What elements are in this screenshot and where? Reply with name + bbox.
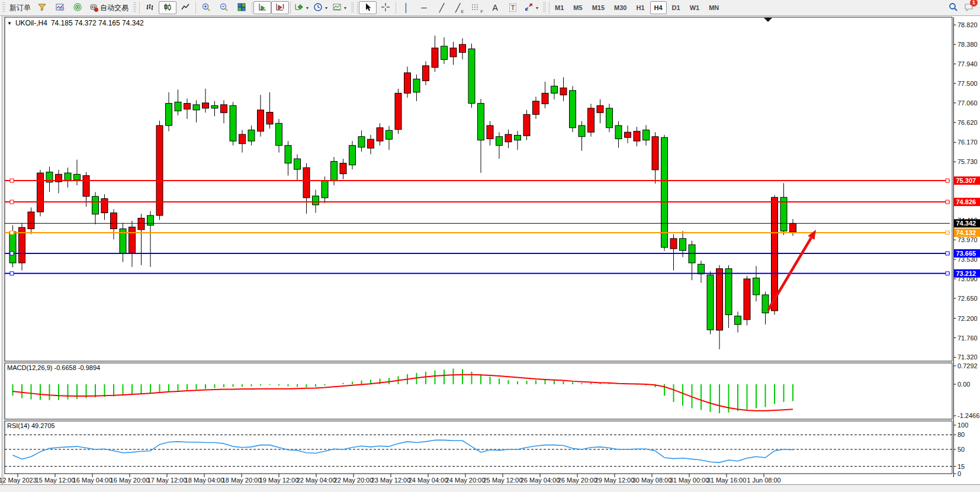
line-handle[interactable] (10, 200, 14, 204)
auto-scroll-icon (258, 2, 267, 14)
toolbar-grip[interactable] (543, 2, 546, 13)
price-badge-73.212: 73.212 (954, 269, 980, 278)
crosshair-tool-button[interactable] (377, 1, 394, 14)
line-handle[interactable] (10, 272, 14, 275)
timeframe-MN[interactable]: MN (705, 1, 723, 14)
arrows-tool-button[interactable]: ▾ (522, 1, 541, 14)
fibonacci-tool-button[interactable]: F (468, 1, 486, 14)
svg-text:75.307: 75.307 (956, 177, 976, 184)
collapse-triangle-icon[interactable]: ▼ (7, 21, 12, 26)
svg-text:72.650: 72.650 (957, 295, 978, 302)
text-label-tool-button[interactable]: T (504, 1, 522, 14)
chart-shift-marker[interactable] (764, 18, 772, 22)
toolbar-grip[interactable] (133, 2, 136, 13)
svg-text:16 May 20:00: 16 May 20:00 (110, 477, 150, 484)
line-handle[interactable] (10, 252, 14, 255)
line-handle[interactable] (946, 179, 949, 182)
price-badge-73.665: 73.665 (954, 249, 980, 258)
level-lines[interactable] (5, 179, 950, 275)
line-chart-button[interactable] (176, 1, 194, 14)
autotrade-robot-icon (89, 2, 98, 14)
zoom-in-button[interactable] (197, 1, 215, 14)
autotrade-button[interactable]: 自动交易 (86, 1, 131, 14)
auto-scroll-button[interactable] (253, 1, 271, 14)
periods-button[interactable]: ▾ (311, 1, 330, 14)
price-badge-74.342: 74.342 (954, 219, 980, 227)
line-chart-icon (181, 2, 190, 14)
vertical-line-tool-button[interactable]: │ (397, 1, 415, 14)
svg-text:22 May 20:00: 22 May 20:00 (334, 477, 374, 484)
timeframe-M5[interactable]: M5 (569, 1, 586, 14)
toolbar-grip[interactable] (351, 2, 354, 13)
svg-text:26 May 20:00: 26 May 20:00 (558, 477, 597, 484)
market-depth-button[interactable] (69, 1, 86, 14)
templates-button[interactable]: ▾ (330, 1, 349, 14)
zoom-out-icon (219, 2, 229, 14)
text-tool-button[interactable]: A (486, 1, 504, 14)
chart-shift-icon (275, 2, 285, 14)
toolbar-separator (549, 2, 550, 14)
svg-text:100: 100 (957, 422, 968, 429)
timeframe-M1[interactable]: M1 (551, 1, 568, 14)
price-badge-74.132: 74.132 (954, 229, 980, 237)
toolbar: 新订单 自动交易 (0, 0, 980, 16)
svg-text:16 May 04:00: 16 May 04:00 (73, 477, 113, 484)
timeframe-H1[interactable]: H1 (632, 1, 648, 14)
svg-text:18 May 04:00: 18 May 04:00 (185, 477, 224, 484)
indicators-button[interactable]: ▾ (292, 1, 311, 14)
svg-text:77.940: 77.940 (957, 60, 978, 67)
line-handle[interactable] (946, 252, 949, 255)
chart-title: ▼ UKOil-,H4 74.185 74.372 74.165 74.342 (7, 19, 144, 27)
chevron-down-icon: ▾ (325, 5, 327, 11)
toolbar-right: 1 (948, 2, 980, 14)
search-icon[interactable] (948, 2, 959, 14)
timeframe-H4[interactable]: H4 (650, 1, 667, 14)
line-handle[interactable] (10, 179, 14, 182)
svg-text:73.212: 73.212 (956, 270, 976, 277)
price-axis[interactable]: 78.82078.38077.94077.50077.06076.62076.1… (954, 21, 978, 361)
indicators-plus-icon (294, 2, 304, 14)
svg-text:30 May 08:00: 30 May 08:00 (632, 477, 672, 484)
svg-text:0.7292: 0.7292 (957, 362, 978, 369)
text-label-icon: T (509, 4, 517, 12)
line-handle[interactable] (946, 231, 949, 234)
line-handle[interactable] (946, 200, 949, 204)
svg-text:29 May 12:00: 29 May 12:00 (595, 477, 635, 484)
new-order-button[interactable]: 新订单 (7, 1, 33, 14)
notifications-button[interactable]: 1 (963, 2, 974, 14)
trendline-tool-button[interactable]: ╱ (433, 1, 451, 14)
rsi-indicator: 1008050150 (5, 422, 968, 477)
timeframe-M30[interactable]: M30 (610, 1, 631, 14)
line-handle[interactable] (946, 272, 949, 275)
time-axis[interactable]: 12 May 202315 May 12:0016 May 04:0016 Ma… (0, 474, 781, 484)
svg-text:18 May 20:00: 18 May 20:00 (222, 477, 262, 484)
zoom-out-button[interactable] (215, 1, 233, 14)
timeframe-D1[interactable]: D1 (668, 1, 685, 14)
profile-button[interactable] (33, 1, 51, 14)
svg-text:78.380: 78.380 (957, 41, 978, 48)
charts-window-button[interactable] (51, 1, 69, 14)
chart-canvas[interactable]: 78.82078.38077.94077.50077.06076.62076.1… (0, 0, 980, 492)
bar-chart-button[interactable] (141, 1, 159, 14)
toolbar-grip[interactable] (2, 2, 5, 13)
horizontal-line-tool-button[interactable]: ─ (415, 1, 433, 14)
chart-shift-button[interactable] (271, 1, 289, 14)
svg-text:15: 15 (957, 463, 965, 470)
bar-chart-icon (145, 2, 155, 14)
chart-window-icon (55, 2, 65, 14)
timeframe-M15[interactable]: M15 (588, 1, 609, 14)
toolbar-separator (139, 2, 140, 14)
svg-text:0: 0 (957, 470, 961, 477)
symbol-period-label: UKOil-,H4 (15, 19, 47, 27)
tile-windows-button[interactable] (233, 1, 250, 14)
candlestick-chart-button[interactable] (159, 1, 176, 14)
line-handle[interactable] (10, 231, 14, 234)
new-order-label: 新订单 (9, 3, 31, 13)
svg-text:24 May 20:00: 24 May 20:00 (446, 477, 486, 484)
template-icon (332, 2, 342, 14)
cursor-tool-button[interactable] (359, 1, 377, 14)
macd-indicator: 0.72920.00-1.2466 (13, 362, 980, 419)
channel-tool-button[interactable]: ╱E (451, 1, 468, 14)
timeframe-W1[interactable]: W1 (686, 1, 704, 14)
radar-icon (73, 2, 82, 14)
